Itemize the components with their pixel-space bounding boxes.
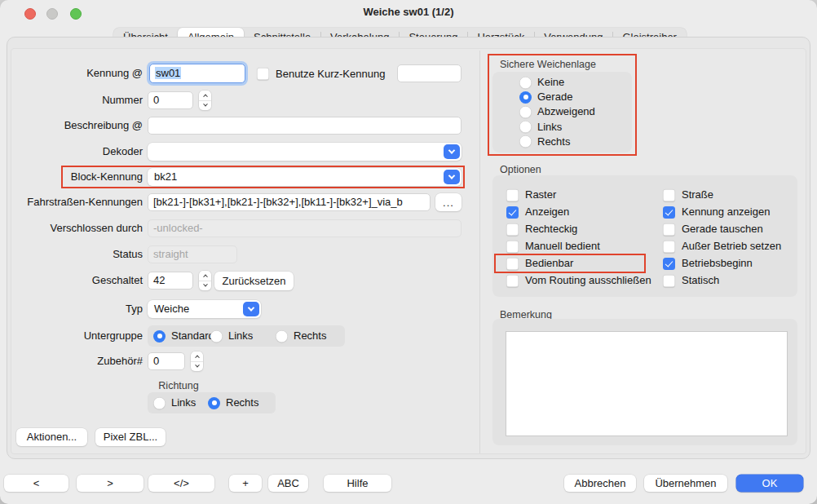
zubehoer-stepper[interactable] [191,351,203,371]
fahrstrassen-more-button[interactable]: ... [435,193,461,211]
standard-radio[interactable] [153,330,166,343]
nav-next-button[interactable]: > [77,475,144,492]
abc-button[interactable]: ABC [268,475,308,492]
option-statisch[interactable]: Statisch [663,274,781,287]
bedienbar-checkbox[interactable] [506,258,519,270]
untergruppe-rechts-radio[interactable] [276,330,288,343]
bemerkung-textarea[interactable] [506,331,788,436]
untergruppe-option-links[interactable]: Links [210,329,253,343]
geschaltet-stepper-down-icon[interactable] [199,281,211,291]
option-gerade-tauschen[interactable]: Gerade tauschen [663,223,781,236]
typ-value: Weiche [154,303,189,315]
gerade-tauschen-checkbox[interactable] [663,223,675,236]
nummer-stepper-down-icon[interactable] [199,101,211,111]
nav-previous-button[interactable]: < [4,475,68,492]
strasse-checkbox[interactable] [663,189,675,201]
option-bedienbar[interactable]: Bedienbar [506,257,651,270]
kurz-kennung-checkbox[interactable] [257,68,269,80]
weichenlage-links-radio[interactable] [519,121,532,133]
richtung-option-links[interactable]: Links [153,396,196,409]
option-ausser-betrieb[interactable]: Außer Betrieb setzen [663,240,781,253]
zubehoer-stepper-up-icon[interactable] [191,351,203,362]
optionen-title: Optionen [500,164,541,175]
kurz-kennung-input[interactable] [397,64,461,82]
geschaltet-input[interactable]: 42 [148,272,193,290]
richtung-rechts-radio[interactable] [208,397,220,409]
vom-routing-checkbox[interactable] [506,275,519,287]
untergruppe-option-rechts[interactable]: Rechts [276,329,326,343]
nummer-label: Nummer [10,91,143,109]
abzweigend-radio-label: Abzweigend [537,105,595,118]
gerade-tauschen-label: Gerade tauschen [682,223,763,236]
richtung-radio-group: Links Rechts [148,392,276,413]
betriebsbeginn-checkbox[interactable] [663,258,675,270]
weichenlage-option-abzweigend[interactable]: Abzweigend [519,105,632,118]
abzweigend-radio[interactable] [519,106,532,118]
aktionen-button[interactable]: Aktionen... [16,428,87,446]
weichenlage-option-links[interactable]: Links [519,121,632,134]
option-kennung-anzeigen[interactable]: Kennung anzeigen [663,206,781,219]
nummer-stepper[interactable] [199,91,211,110]
dekoder-dropdown[interactable] [148,143,461,161]
typ-chevron-down-icon [243,302,259,316]
block-kennung-chevron-down-icon [444,170,460,184]
nummer-stepper-up-icon[interactable] [199,91,211,101]
uebernehmen-button[interactable]: Übernehmen [644,475,727,492]
raster-checkbox[interactable] [506,189,519,201]
xml-code-button[interactable]: </> [148,475,214,492]
weichenlage-option-rechts[interactable]: Rechts [519,135,632,148]
hilfe-button[interactable]: Hilfe [324,475,391,492]
kennung-anzeigen-checkbox[interactable] [663,206,675,219]
bedienbar-label: Bedienbar [525,257,573,270]
zubehoer-input[interactable]: 0 [148,352,185,370]
untergruppe-option-standard[interactable]: Standard [153,329,214,343]
weichenlage-links-radio-label: Links [537,121,562,134]
weichenlage-radio-group: Keine Gerade Abzweigend Links Rechts [492,72,632,153]
fahrstrassen-input[interactable]: [bk21-]-[bk31+],[bk21-]-[bk32+],[bk11-]-… [148,193,431,211]
weichenlage-option-keine[interactable]: Keine [519,76,632,89]
richtung-links-radio[interactable] [153,397,166,409]
status-input: straight [148,245,237,263]
keine-radio[interactable] [519,77,532,89]
weichenlage-title: Sichere Weichenlage [500,59,596,70]
option-strasse[interactable]: Straße [663,188,781,201]
weichenlage-rechts-radio[interactable] [519,135,532,148]
block-kennung-dropdown[interactable]: bk21 [148,168,461,186]
option-betriebsbeginn[interactable]: Betriebsbeginn [663,257,781,270]
option-manuell-bedient[interactable]: Manuell bedient [506,240,651,253]
raster-label: Raster [525,188,556,201]
rechteckig-checkbox[interactable] [506,223,519,236]
nummer-input[interactable]: 0 [148,91,193,109]
option-rechteckig[interactable]: Rechteckig [506,223,651,236]
geschaltet-stepper-up-icon[interactable] [199,271,211,281]
kennung-input[interactable]: sw01 [149,64,245,83]
anzeigen-checkbox[interactable] [506,206,519,219]
option-anzeigen[interactable]: Anzeigen [506,206,651,219]
option-raster[interactable]: Raster [506,188,651,201]
vom-routing-label: Vom Routing ausschließen [525,274,651,287]
gerade-radio[interactable] [519,91,532,104]
untergruppe-links-radio[interactable] [210,330,223,343]
zuruecksetzen-button[interactable]: Zurücksetzen [214,272,294,290]
richtung-option-rechts[interactable]: Rechts [208,396,258,409]
betriebsbeginn-label: Betriebsbeginn [682,257,753,270]
ok-button[interactable]: OK [736,475,803,492]
statisch-label: Statisch [682,274,719,287]
geschaltet-stepper[interactable] [199,271,211,290]
manuell-bedient-checkbox[interactable] [506,241,519,253]
weichenlage-rechts-radio-label: Rechts [537,135,570,148]
option-vom-routing[interactable]: Vom Routing ausschließen [506,274,651,287]
standard-radio-label: Standard [171,329,214,343]
typ-dropdown[interactable]: Weiche [148,300,261,318]
weichenlage-option-gerade[interactable]: Gerade [519,91,632,104]
add-button[interactable]: + [229,475,262,492]
pixel-zbl-button[interactable]: Pixel ZBL... [95,428,166,446]
zubehoer-stepper-down-icon[interactable] [191,362,203,372]
untergruppe-label: Untergruppe [10,327,143,345]
geschaltet-label: Geschaltet [10,272,143,290]
abbrechen-button[interactable]: Abbrechen [564,475,636,492]
ausser-betrieb-checkbox[interactable] [663,241,675,253]
status-label: Status [10,245,143,263]
statisch-checkbox[interactable] [663,275,675,287]
beschreibung-input[interactable] [148,117,461,135]
